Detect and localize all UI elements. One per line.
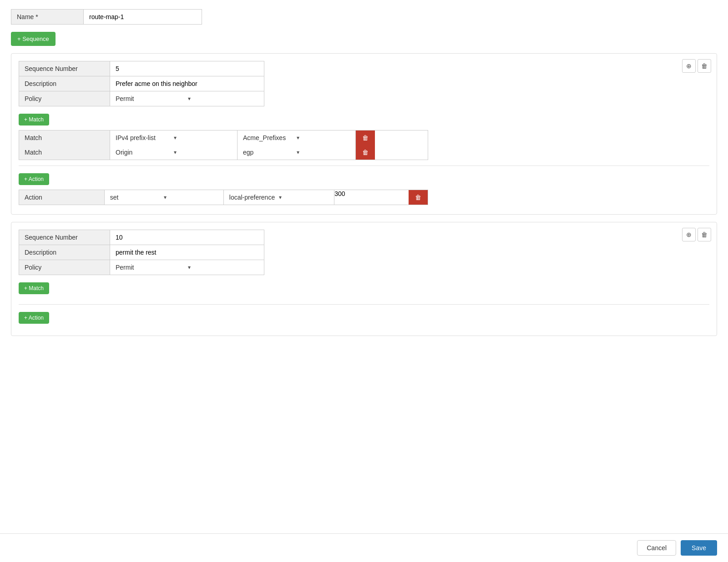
description-row-1: Description xyxy=(19,76,264,91)
name-label: Name * xyxy=(11,9,84,25)
sequence-2-header-actions: ⊕ 🗑 xyxy=(682,228,711,241)
action-subtype-cell-1-1: local-preference ▾ xyxy=(224,190,335,205)
match-trash-icon-1-1: 🗑 xyxy=(362,134,369,141)
match-value-chevron-1-2: ▾ xyxy=(297,149,350,156)
action-type-cell-1-1: set ▾ xyxy=(105,190,224,205)
sequence-number-row-1: Sequence Number xyxy=(19,61,264,76)
action-type-text-1-1: set xyxy=(110,194,164,201)
sequence-number-input-1[interactable] xyxy=(116,65,258,72)
description-input-2[interactable] xyxy=(116,249,258,256)
policy-select-text-1: Permit xyxy=(116,95,186,102)
policy-label-2: Policy xyxy=(19,260,110,275)
policy-label-1: Policy xyxy=(19,91,110,106)
add-sequence-button[interactable]: + Sequence xyxy=(11,32,56,46)
action-subtype-text-1-1: local-preference xyxy=(229,194,279,201)
sequence-number-row-2: Sequence Number xyxy=(19,230,264,245)
policy-chevron-2: ▾ xyxy=(188,264,258,271)
action-trash-icon-1-1: 🗑 xyxy=(415,194,421,201)
match-type-chevron-1-2: ▾ xyxy=(174,149,232,156)
duplicate-icon: ⊕ xyxy=(686,62,692,70)
action-row-1-1: Action set ▾ local-preference ▾ 🗑 xyxy=(19,190,428,205)
match-rows-container-1: Match IPv4 prefix-list ▾ Acme_Prefixes ▾… xyxy=(19,130,428,160)
match-value-cell-1-2: egp ▾ xyxy=(238,145,356,160)
divider-1 xyxy=(19,166,709,166)
description-label-1: Description xyxy=(19,76,110,91)
action-label-1-1: Action xyxy=(19,190,105,205)
add-match-button-1[interactable]: + Match xyxy=(19,114,49,125)
match-value-text-1-2: egp xyxy=(243,149,297,156)
action-delete-button-1-1[interactable]: 🗑 xyxy=(409,190,428,205)
duplicate-icon-2: ⊕ xyxy=(686,231,692,238)
sequence-number-value-2 xyxy=(110,230,264,245)
sequence-2-duplicate-button[interactable]: ⊕ xyxy=(682,228,696,241)
description-value-1 xyxy=(110,76,264,91)
sequence-1-duplicate-button[interactable]: ⊕ xyxy=(682,59,696,73)
policy-row-2: Policy Permit ▾ xyxy=(19,260,264,275)
match-type-text-1-1: IPv4 prefix-list xyxy=(116,134,174,141)
policy-select-wrapper-2: Permit ▾ xyxy=(116,264,258,271)
sequence-1-form-table: Sequence Number Description Policy Permi… xyxy=(19,61,264,106)
add-action-button-1[interactable]: + Action xyxy=(19,173,49,185)
match-delete-button-1-1[interactable]: 🗑 xyxy=(356,130,375,145)
policy-row-1: Policy Permit ▾ xyxy=(19,91,264,106)
match-label-1-1: Match xyxy=(19,130,110,145)
action-value-field-1-1[interactable] xyxy=(334,190,409,197)
sequence-2-form-table: Sequence Number Description Policy Permi… xyxy=(19,230,264,275)
match-label-1-2: Match xyxy=(19,145,110,160)
trash-icon-2: 🗑 xyxy=(701,231,708,238)
action-value-input-1-1 xyxy=(334,190,409,205)
save-button[interactable]: Save xyxy=(681,540,717,556)
match-type-cell-1-2: Origin ▾ xyxy=(110,145,238,160)
match-row-1-1: Match IPv4 prefix-list ▾ Acme_Prefixes ▾… xyxy=(19,130,428,145)
page-wrapper: Name * + Sequence ⊕ 🗑 Sequence Number De… xyxy=(0,0,728,562)
description-input-1[interactable] xyxy=(116,80,258,87)
match-value-chevron-1-1: ▾ xyxy=(297,135,350,141)
policy-select-wrapper-1: Permit ▾ xyxy=(116,95,258,102)
divider-2 xyxy=(19,304,709,305)
policy-select-text-2: Permit xyxy=(116,264,186,271)
name-row: Name * xyxy=(11,9,717,25)
match-value-cell-1-1: Acme_Prefixes ▾ xyxy=(238,130,356,145)
trash-icon: 🗑 xyxy=(701,62,708,70)
description-label-2: Description xyxy=(19,245,110,260)
policy-value-1: Permit ▾ xyxy=(110,91,264,106)
add-match-button-2[interactable]: + Match xyxy=(19,282,49,294)
sequence-1-delete-button[interactable]: 🗑 xyxy=(698,59,711,73)
sequence-number-value-1 xyxy=(110,61,264,76)
match-trash-icon-1-2: 🗑 xyxy=(362,149,369,156)
name-input[interactable] xyxy=(84,9,202,25)
match-type-chevron-1-1: ▾ xyxy=(174,135,232,141)
match-row-1-2: Match Origin ▾ egp ▾ 🗑 xyxy=(19,145,428,160)
cancel-button[interactable]: Cancel xyxy=(637,540,676,556)
match-delete-button-1-2[interactable]: 🗑 xyxy=(356,145,375,160)
footer-bar: Cancel Save xyxy=(0,533,728,562)
match-value-text-1-1: Acme_Prefixes xyxy=(243,134,297,141)
action-rows-container-1: Action set ▾ local-preference ▾ 🗑 xyxy=(19,190,428,205)
description-row-2: Description xyxy=(19,245,264,260)
sequence-number-input-2[interactable] xyxy=(116,234,258,241)
description-value-2 xyxy=(110,245,264,260)
policy-chevron-1: ▾ xyxy=(188,95,258,102)
sequence-1-header-actions: ⊕ 🗑 xyxy=(682,59,711,73)
sequence-block-2: ⊕ 🗑 Sequence Number Description Polic xyxy=(11,222,717,336)
sequence-block-1: ⊕ 🗑 Sequence Number Description Polic xyxy=(11,53,717,215)
action-type-chevron-1-1: ▾ xyxy=(164,194,218,201)
match-type-cell-1-1: IPv4 prefix-list ▾ xyxy=(110,130,238,145)
match-type-text-1-2: Origin xyxy=(116,149,174,156)
sequence-number-label-2: Sequence Number xyxy=(19,230,110,245)
action-subtype-chevron-1-1: ▾ xyxy=(279,194,329,201)
policy-value-2: Permit ▾ xyxy=(110,260,264,275)
sequence-number-label-1: Sequence Number xyxy=(19,61,110,76)
add-action-button-2[interactable]: + Action xyxy=(19,312,49,324)
sequence-2-delete-button[interactable]: 🗑 xyxy=(698,228,711,241)
